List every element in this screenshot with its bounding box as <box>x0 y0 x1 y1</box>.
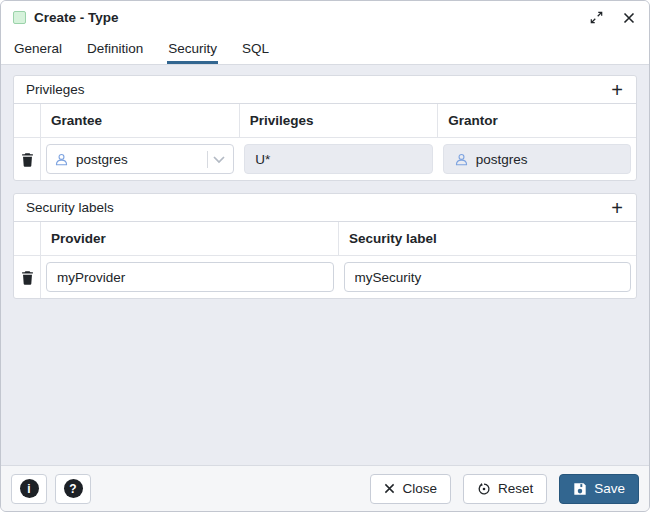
info-icon: i <box>20 479 39 498</box>
add-privilege-button[interactable]: + <box>602 79 632 101</box>
tab-sql[interactable]: SQL <box>241 34 270 64</box>
grantee-value: postgres <box>76 152 203 167</box>
security-label-cell <box>339 256 637 298</box>
security-label-input[interactable] <box>344 262 632 292</box>
delete-cell <box>14 256 41 298</box>
privileges-section: Privileges + Grantee Privileges Grantor <box>13 75 637 181</box>
column-header-privileges: Privileges <box>240 104 439 137</box>
close-icon <box>623 12 635 24</box>
chevron-down-icon[interactable] <box>212 155 226 164</box>
trash-icon <box>21 152 34 167</box>
privileges-cell: U* <box>239 138 437 180</box>
create-type-dialog: Create - Type General Definition Securit… <box>0 0 650 512</box>
trash-icon <box>21 270 34 285</box>
security-labels-header-row: Provider Security label <box>14 222 636 256</box>
grantor-field: postgres <box>443 144 631 174</box>
privileges-header-row: Grantee Privileges Grantor <box>14 104 636 138</box>
grantor-cell: postgres <box>438 138 636 180</box>
maximize-button[interactable] <box>588 9 605 26</box>
column-header-provider: Provider <box>41 222 339 255</box>
reset-button[interactable]: Reset <box>463 474 547 504</box>
security-labels-section-header: Security labels + <box>14 194 636 222</box>
security-labels-section: Security labels + Provider Security labe… <box>13 193 637 299</box>
privileges-table-row: postgres U* <box>14 138 636 180</box>
delete-privilege-row-button[interactable] <box>19 150 36 169</box>
delete-column-header <box>14 104 41 137</box>
type-icon <box>13 11 26 24</box>
tab-security[interactable]: Security <box>167 34 218 64</box>
privileges-section-title: Privileges <box>26 82 85 97</box>
titlebar: Create - Type <box>1 1 649 34</box>
delete-security-label-row-button[interactable] <box>19 268 36 287</box>
column-header-security-label: Security label <box>339 222 636 255</box>
security-labels-section-title: Security labels <box>26 200 114 215</box>
dialog-title: Create - Type <box>34 10 119 25</box>
info-button[interactable]: i <box>11 474 47 504</box>
privileges-field[interactable]: U* <box>244 144 432 174</box>
help-icon: ? <box>64 479 83 498</box>
save-button-label: Save <box>594 481 625 496</box>
save-icon <box>573 482 587 496</box>
close-window-button[interactable] <box>621 10 637 26</box>
dialog-body: Privileges + Grantee Privileges Grantor <box>1 65 649 465</box>
reset-icon <box>477 482 491 496</box>
tab-bar: General Definition Security SQL <box>1 34 649 65</box>
column-header-grantor: Grantor <box>438 104 636 137</box>
save-button[interactable]: Save <box>559 474 639 504</box>
close-icon <box>384 483 395 494</box>
delete-column-header <box>14 222 41 255</box>
tab-general[interactable]: General <box>13 34 63 64</box>
add-security-label-button[interactable]: + <box>602 197 632 219</box>
delete-cell <box>14 138 41 180</box>
column-header-grantee: Grantee <box>41 104 240 137</box>
provider-input[interactable] <box>46 262 334 292</box>
privileges-value: U* <box>255 152 270 167</box>
help-button[interactable]: ? <box>55 474 91 504</box>
close-button-label: Close <box>402 481 437 496</box>
provider-cell <box>41 256 339 298</box>
expand-icon <box>590 11 603 24</box>
tab-definition[interactable]: Definition <box>86 34 144 64</box>
grantor-value: postgres <box>476 152 528 167</box>
user-icon <box>54 152 69 167</box>
privileges-section-header: Privileges + <box>14 76 636 104</box>
security-labels-table-row <box>14 256 636 298</box>
user-icon <box>454 152 469 167</box>
close-button[interactable]: Close <box>370 474 451 504</box>
grantee-cell: postgres <box>41 138 239 180</box>
dialog-footer: i ? Close Reset Save <box>1 465 649 511</box>
grantee-select[interactable]: postgres <box>46 144 234 174</box>
divider <box>207 151 208 168</box>
reset-button-label: Reset <box>498 481 533 496</box>
